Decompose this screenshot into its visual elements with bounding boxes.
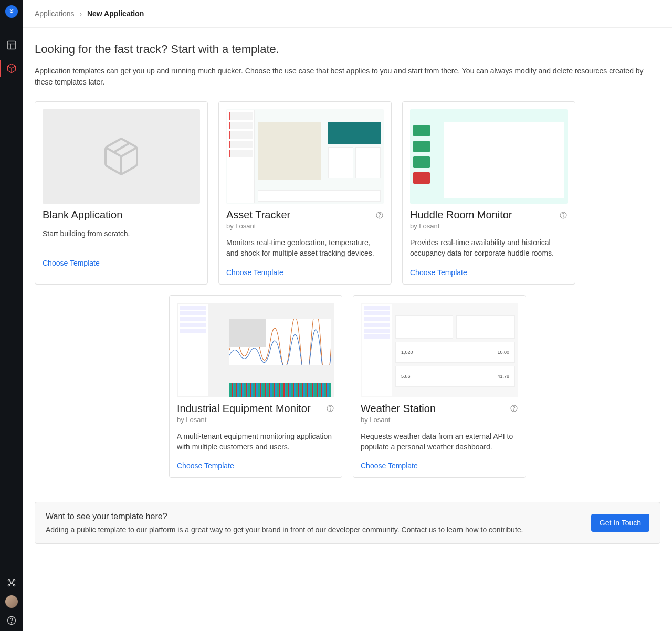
template-description: A multi-tenant equipment monitoring appl… bbox=[177, 431, 334, 453]
info-icon[interactable] bbox=[375, 211, 384, 219]
nav-item-dashboards[interactable] bbox=[0, 34, 23, 57]
template-title: Asset Tracker bbox=[226, 209, 290, 221]
info-icon[interactable] bbox=[326, 404, 334, 413]
nav-item-graph[interactable] bbox=[0, 577, 23, 588]
svg-point-5 bbox=[8, 584, 9, 586]
template-title: Blank Application bbox=[43, 209, 122, 221]
svg-rect-0 bbox=[8, 41, 16, 49]
template-author: by Losant bbox=[410, 222, 568, 230]
template-title: Weather Station bbox=[361, 403, 436, 415]
template-preview-huddle bbox=[410, 109, 568, 204]
templates-row-2: Industrial Equipment Monitor by Losant A… bbox=[35, 295, 660, 478]
template-title: Huddle Room Monitor bbox=[410, 209, 512, 221]
contribute-banner: Want to see your template here? Adding a… bbox=[35, 502, 660, 544]
preview-number: 5.86 bbox=[401, 374, 411, 379]
sidebar bbox=[0, 0, 23, 631]
svg-point-13 bbox=[11, 623, 12, 623]
brand-logo[interactable] bbox=[5, 5, 18, 18]
breadcrumb-separator: › bbox=[79, 9, 82, 18]
template-card-huddle-room: Huddle Room Monitor by Losant Provides r… bbox=[402, 101, 575, 285]
template-title: Industrial Equipment Monitor bbox=[177, 403, 311, 415]
choose-template-link[interactable]: Choose Template bbox=[226, 268, 384, 277]
svg-point-21 bbox=[513, 410, 514, 411]
page-description: Application templates can get you up and… bbox=[35, 66, 660, 88]
template-description: Requests weather data from an external A… bbox=[361, 431, 518, 453]
breadcrumb: Applications › New Application bbox=[23, 0, 672, 28]
template-card-blank: Blank Application Start building from sc… bbox=[35, 101, 208, 285]
breadcrumb-parent[interactable]: Applications bbox=[35, 9, 75, 18]
banner-description: Adding a public template to our platform… bbox=[46, 525, 523, 534]
template-author: by Losant bbox=[226, 222, 384, 230]
svg-point-19 bbox=[330, 410, 330, 411]
template-preview-industrial bbox=[177, 303, 334, 397]
preview-number: 41.78 bbox=[497, 374, 509, 379]
svg-point-7 bbox=[10, 582, 12, 583]
template-card-industrial: Industrial Equipment Monitor by Losant A… bbox=[169, 295, 342, 478]
template-author: by Losant bbox=[361, 416, 518, 424]
template-description: Provides real-time availability and hist… bbox=[410, 237, 568, 259]
help-icon[interactable] bbox=[0, 615, 23, 626]
template-description: Start building from scratch. bbox=[43, 228, 200, 249]
template-preview-asset bbox=[226, 109, 384, 204]
preview-number: 1,020 bbox=[401, 350, 413, 355]
template-author: by Losant bbox=[177, 416, 334, 424]
svg-line-11 bbox=[12, 583, 14, 585]
banner-title: Want to see your template here? bbox=[46, 512, 523, 521]
choose-template-link[interactable]: Choose Template bbox=[361, 461, 518, 470]
choose-template-link[interactable]: Choose Template bbox=[410, 268, 568, 277]
svg-point-17 bbox=[563, 216, 563, 217]
template-card-asset-tracker: Asset Tracker by Losant Monitors real-ti… bbox=[218, 101, 392, 285]
preview-number: 10.00 bbox=[497, 350, 509, 355]
svg-point-15 bbox=[379, 216, 380, 217]
svg-line-9 bbox=[12, 581, 14, 582]
box-icon bbox=[100, 135, 142, 177]
info-icon[interactable] bbox=[510, 404, 518, 413]
user-avatar[interactable] bbox=[5, 595, 18, 608]
svg-line-10 bbox=[9, 583, 11, 585]
info-icon[interactable] bbox=[559, 211, 568, 219]
template-card-weather: 1,02010.00 5.8641.78 Weather Station by … bbox=[353, 295, 526, 478]
choose-template-link[interactable]: Choose Template bbox=[43, 259, 200, 267]
get-in-touch-button[interactable]: Get In Touch bbox=[591, 514, 649, 532]
page-title: Looking for the fast track? Start with a… bbox=[35, 43, 660, 56]
svg-line-8 bbox=[9, 581, 11, 582]
nav-item-applications[interactable] bbox=[0, 57, 23, 80]
main-content: Applications › New Application Looking f… bbox=[23, 0, 672, 631]
templates-row-1: Blank Application Start building from sc… bbox=[35, 101, 660, 285]
breadcrumb-current: New Application bbox=[87, 9, 144, 18]
svg-point-4 bbox=[13, 579, 15, 581]
content-area: Looking for the fast track? Start with a… bbox=[23, 28, 672, 565]
template-preview-weather: 1,02010.00 5.8641.78 bbox=[361, 303, 518, 397]
svg-point-6 bbox=[13, 584, 15, 586]
choose-template-link[interactable]: Choose Template bbox=[177, 461, 334, 470]
template-preview-blank bbox=[43, 109, 200, 204]
template-description: Monitors real-time geolocation, temperat… bbox=[226, 237, 384, 259]
svg-point-3 bbox=[8, 579, 9, 581]
